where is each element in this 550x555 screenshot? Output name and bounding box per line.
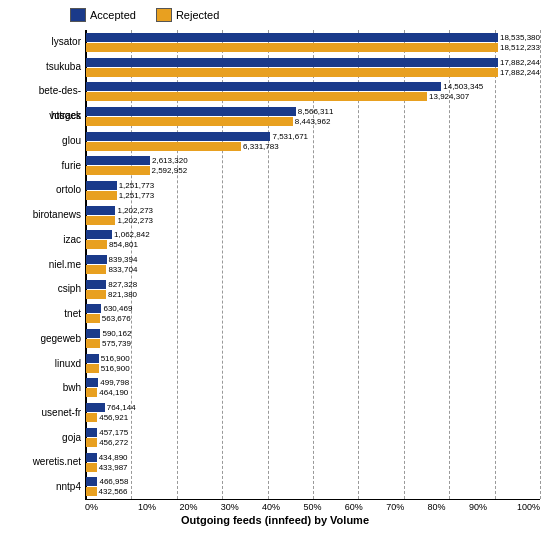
- y-label-glou: glou: [10, 129, 85, 154]
- x-label-1: 10%: [126, 502, 167, 512]
- bar-row-linuxd: 516,900516,900: [86, 351, 540, 376]
- bar-accepted-usenet-fr: [86, 403, 105, 412]
- x-label-10: 100%: [499, 502, 540, 512]
- y-label-lysator: lysator: [10, 30, 85, 55]
- legend-accepted-label: Accepted: [90, 9, 136, 21]
- bar-accepted-gegeweb: [86, 329, 100, 338]
- y-labels: lysatortsukubabete-des-vosgeshttrackglou…: [10, 30, 85, 500]
- bar-row-ortolo: 1,251,7731,251,773: [86, 178, 540, 203]
- bar-row-tnet: 630,469563,676: [86, 302, 540, 327]
- bars-and-grid: 18,535,38018,512,23317,882,24417,882,244…: [85, 30, 540, 500]
- bar-accepted-lysator: [86, 33, 498, 42]
- bar-row-furie: 2,613,3202,592,952: [86, 153, 540, 178]
- bar-rejected-label-ortolo: 1,251,773: [119, 191, 155, 200]
- bar-rejected-label-gegeweb: 575,739: [102, 339, 131, 348]
- bar-accepted-label-furie: 2,613,320: [152, 156, 188, 165]
- bar-rejected-nntp4: [86, 487, 97, 496]
- bar-rejected-gegeweb: [86, 339, 100, 348]
- x-label-3: 30%: [209, 502, 250, 512]
- x-label-7: 70%: [375, 502, 416, 512]
- bar-row-glou: 7,531,6716,331,783: [86, 129, 540, 154]
- y-label-birotanews: birotanews: [10, 203, 85, 228]
- y-label-httrack: httrack: [10, 104, 85, 129]
- bar-rejected-glou: [86, 142, 241, 151]
- legend-accepted-box: [70, 8, 86, 22]
- bar-accepted-label-weretis.net: 434,890: [99, 453, 128, 462]
- bar-accepted-label-csiph: 827,328: [108, 280, 137, 289]
- y-label-gegeweb: gegeweb: [10, 327, 85, 352]
- bar-row-csiph: 827,328821,380: [86, 277, 540, 302]
- bar-accepted-label-izac: 1,062,842: [114, 230, 150, 239]
- y-label-csiph: csiph: [10, 277, 85, 302]
- bar-accepted-label-goja: 457,175: [99, 428, 128, 437]
- y-label-nntp4: nntp4: [10, 475, 85, 500]
- bar-accepted-label-tsukuba: 17,882,244: [500, 58, 540, 67]
- x-label-4: 40%: [250, 502, 291, 512]
- x-label-0: 0%: [85, 502, 126, 512]
- y-label-linuxd: linuxd: [10, 352, 85, 377]
- bar-rejected-tnet: [86, 314, 100, 323]
- bar-row-niel.me: 839,394833,704: [86, 252, 540, 277]
- y-label-niel.me: niel.me: [10, 253, 85, 278]
- x-label-6: 60%: [333, 502, 374, 512]
- bar-accepted-goja: [86, 428, 97, 437]
- bar-rejected-label-tsukuba: 17,882,244: [500, 68, 540, 77]
- bar-accepted-label-usenet-fr: 764,144: [107, 403, 136, 412]
- bar-rejected-label-furie: 2,592,952: [152, 166, 188, 175]
- bar-accepted-linuxd: [86, 354, 99, 363]
- bar-accepted-bete-des-vosges: [86, 82, 441, 91]
- bar-accepted-label-glou: 7,531,671: [272, 132, 308, 141]
- bar-accepted-bwh: [86, 378, 98, 387]
- y-label-ortolo: ortolo: [10, 178, 85, 203]
- bar-accepted-nntp4: [86, 477, 97, 486]
- bar-rejected-label-nntp4: 432,566: [99, 487, 128, 496]
- bar-rejected-bwh: [86, 388, 97, 397]
- bar-rejected-izac: [86, 240, 107, 249]
- bar-accepted-weretis.net: [86, 453, 97, 462]
- legend-rejected-label: Rejected: [176, 9, 219, 21]
- bar-accepted-izac: [86, 230, 112, 239]
- bar-accepted-tsukuba: [86, 58, 498, 67]
- bar-row-tsukuba: 17,882,24417,882,244: [86, 55, 540, 80]
- bar-rejected-goja: [86, 438, 97, 447]
- bar-accepted-label-niel.me: 839,394: [109, 255, 138, 264]
- bar-rejected-niel.me: [86, 265, 106, 274]
- bar-row-gegeweb: 590,162575,739: [86, 326, 540, 351]
- y-label-bwh: bwh: [10, 376, 85, 401]
- chart-container: Accepted Rejected lysatortsukubabete-des…: [0, 0, 550, 555]
- bar-rejected-birotanews: [86, 216, 115, 225]
- bar-rejected-label-lysator: 18,512,233: [500, 43, 540, 52]
- bar-rejected-label-niel.me: 833,704: [108, 265, 137, 274]
- grid-line-100: [540, 30, 541, 499]
- x-axis-labels: 0%10%20%30%40%50%60%70%80%90%100%: [10, 502, 540, 512]
- bar-accepted-furie: [86, 156, 150, 165]
- bar-accepted-tnet: [86, 304, 101, 313]
- bar-row-usenet-fr: 764,144456,921: [86, 400, 540, 425]
- bar-rejected-label-izac: 854,801: [109, 240, 138, 249]
- bar-rejected-csiph: [86, 290, 106, 299]
- bar-accepted-label-lysator: 18,535,380: [500, 33, 540, 42]
- bar-rejected-bete-des-vosges: [86, 92, 427, 101]
- bar-rejected-usenet-fr: [86, 413, 97, 422]
- bar-rejected-label-birotanews: 1,202,273: [117, 216, 153, 225]
- bar-rejected-httrack: [86, 117, 293, 126]
- bar-rejected-weretis.net: [86, 463, 97, 472]
- bar-row-nntp4: 466,958432,566: [86, 474, 540, 499]
- bar-rejected-label-httrack: 8,443,962: [295, 117, 331, 126]
- bar-accepted-birotanews: [86, 206, 115, 215]
- bar-accepted-label-ortolo: 1,251,773: [119, 181, 155, 190]
- bar-accepted-niel.me: [86, 255, 107, 264]
- bar-rejected-ortolo: [86, 191, 117, 200]
- legend-rejected: Rejected: [156, 8, 219, 22]
- bar-rejected-label-goja: 456,272: [99, 438, 128, 447]
- bar-rejected-label-tnet: 563,676: [102, 314, 131, 323]
- bar-accepted-glou: [86, 132, 270, 141]
- y-label-tsukuba: tsukuba: [10, 55, 85, 80]
- bar-accepted-label-nntp4: 466,958: [99, 477, 128, 486]
- bar-rejected-lysator: [86, 43, 498, 52]
- bar-rejected-tsukuba: [86, 68, 498, 77]
- y-label-izac: izac: [10, 228, 85, 253]
- bar-accepted-label-bete-des-vosges: 14,503,345: [443, 82, 483, 91]
- legend: Accepted Rejected: [10, 8, 540, 22]
- legend-accepted: Accepted: [70, 8, 136, 22]
